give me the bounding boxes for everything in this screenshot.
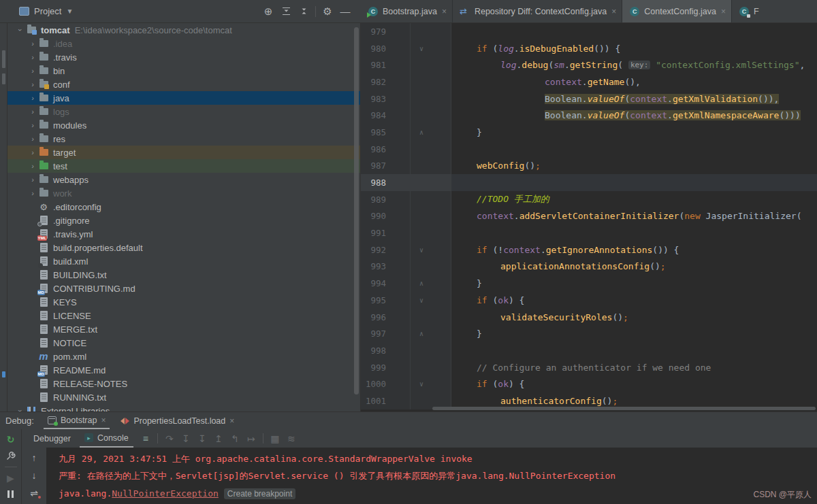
tree-scrollbar[interactable] [354,27,359,394]
up-stack-trace-icon[interactable]: ↑ [27,450,42,465]
step-into-icon[interactable]: ↧ [178,431,194,446]
rerun-icon[interactable]: ↻ [3,433,18,446]
code-line[interactable]: 993applicationAnnotationsConfig(); [361,258,817,275]
tree-item[interactable]: .gitignore [7,214,360,227]
tree-item[interactable]: ›tomcatE:\idea\workspace2\source-code\to… [7,23,360,37]
tree-item[interactable]: RELEASE-NOTES [7,377,360,390]
chevron-down-icon[interactable]: ▼ [66,7,73,15]
tree-item[interactable]: build.properties.default [7,241,360,254]
chevron-right-icon[interactable]: › [28,39,37,48]
down-stack-trace-icon[interactable]: ↓ [27,468,42,483]
close-icon[interactable]: × [229,416,234,426]
tree-item[interactable]: ›webapps [7,173,360,186]
tree-item[interactable]: ›work [7,186,360,200]
tree-item[interactable]: ›test [7,159,360,173]
tree-item[interactable]: MERGE.txt [7,322,360,336]
code-line[interactable]: 989//TODO 手工加的 [361,191,817,208]
tree-item[interactable]: ›conf [7,78,360,91]
close-icon[interactable]: × [611,7,616,16]
code-line[interactable]: 998 [361,342,817,359]
chevron-right-icon[interactable]: › [28,135,37,143]
project-view-selector[interactable]: Project [34,6,61,16]
layout-menu-icon[interactable]: ≡ [138,431,154,446]
debug-session-tab[interactable]: PropertiesLoadTest.load× [116,412,238,429]
code-line[interactable]: 991 [361,224,817,241]
chevron-right-icon[interactable]: › [28,148,37,156]
code-line[interactable]: 996validateSecurityRoles(); [361,309,817,326]
code-line[interactable]: 1000∨if (ok) { [361,375,817,392]
tree-item[interactable]: ›.idea [7,37,360,50]
tree-item[interactable]: mpom.xml [7,350,360,363]
run-to-cursor-icon[interactable]: ↦ [243,431,259,446]
editor-tab[interactable]: CContextConfig.java× [622,0,732,22]
code-line[interactable]: 979 [361,23,817,40]
chevron-right-icon[interactable]: › [28,94,37,102]
tree-item[interactable]: ›logs [7,105,360,118]
hide-panel-icon[interactable]: — [336,3,354,20]
fold-close-icon[interactable]: ∧ [411,330,450,337]
editor-horizontal-scrollbar[interactable] [432,407,816,410]
code-line[interactable]: 997∧} [361,325,817,342]
step-out-icon[interactable]: ↥ [210,431,227,446]
chevron-right-icon[interactable]: › [28,162,37,170]
code-line[interactable]: 985∧} [361,124,817,141]
tree-item[interactable]: ›bin [7,64,360,78]
tool-window-stripe[interactable] [0,23,7,411]
tree-item[interactable]: ›res [7,132,360,146]
tree-item[interactable]: build.xml [7,254,360,268]
chevron-right-icon[interactable]: › [28,80,37,88]
code-line[interactable]: 999// Configure an authenticator if we n… [361,359,817,376]
chevron-down-icon[interactable]: › [16,406,25,411]
close-icon[interactable]: × [721,7,726,16]
tree-item[interactable]: ›modules [7,118,360,132]
settings-lines-icon[interactable]: ≋ [283,431,300,446]
chevron-right-icon[interactable]: › [28,53,37,61]
code-line[interactable]: 995∨if (ok) { [361,292,817,309]
tree-item[interactable]: MDCONTRIBUTING.md [7,282,360,295]
debug-session-tab[interactable]: Bootstrap× [44,412,110,429]
code-line[interactable]: 994∧} [361,275,817,292]
gear-icon[interactable]: ⚙ [319,3,336,20]
fold-open-icon[interactable]: ∨ [411,246,450,254]
settings-wrench-icon[interactable] [3,449,18,463]
tree-item[interactable]: ›.travis [7,50,360,64]
close-icon[interactable]: × [101,416,106,425]
code-line[interactable]: 988 [361,174,817,191]
chevron-right-icon[interactable]: › [28,175,37,184]
collapse-all-icon[interactable] [295,3,313,20]
code-line[interactable]: 990context.addServletContainerInitialize… [361,208,817,225]
tree-item[interactable]: NOTICE [7,336,360,350]
pause-icon[interactable] [3,488,18,501]
locate-icon[interactable]: ⊕ [259,3,277,20]
code-line[interactable]: 992∨if (!context.getIgnoreAnnotations())… [361,241,817,258]
editor-tab[interactable]: CBootstrap.java× [361,0,453,22]
tree-item[interactable]: LICENSE [7,309,360,322]
chevron-right-icon[interactable]: › [28,67,37,75]
close-icon[interactable]: × [442,7,447,16]
chevron-right-icon[interactable]: › [28,107,37,116]
tree-item[interactable]: ›External Libraries [7,404,360,411]
chevron-right-icon[interactable]: › [28,121,37,129]
code-line[interactable]: 986 [361,141,817,158]
tree-item[interactable]: ›java [7,91,360,105]
code-line[interactable]: 981log.debug(sm.getString( key: "context… [361,56,817,73]
editor-tab[interactable]: CF [732,0,817,22]
soft-wrap-icon[interactable]: ⇌ [27,486,42,501]
editor-tab[interactable]: ⇄Repository Diff: ContextConfig.java× [453,0,622,22]
force-step-into-icon[interactable]: ↧ [194,431,210,446]
tree-item[interactable]: ›target [7,146,360,159]
resume-icon[interactable]: ▶ [3,471,18,485]
tree-item[interactable]: KEYS [7,295,360,309]
fold-open-icon[interactable]: ∨ [411,45,450,52]
tree-item[interactable]: BUILDING.txt [7,268,360,282]
code-line[interactable]: 982context.getName(), [361,73,817,90]
code-editor[interactable]: 979980∨if (log.isDebugEnabled()) {981log… [361,23,817,411]
evaluate-expression-icon[interactable]: ▦ [267,431,283,446]
expand-all-icon[interactable] [277,3,295,20]
exception-link[interactable]: NullPointerException [112,488,219,499]
code-line[interactable]: 984Boolean.valueOf(context.getXmlNamespa… [361,107,817,124]
step-over-icon[interactable]: ↷ [161,431,178,446]
fold-open-icon[interactable]: ∨ [411,380,450,388]
tree-item[interactable]: ⚙.editorconfig [7,200,360,214]
chevron-right-icon[interactable]: › [28,189,37,197]
